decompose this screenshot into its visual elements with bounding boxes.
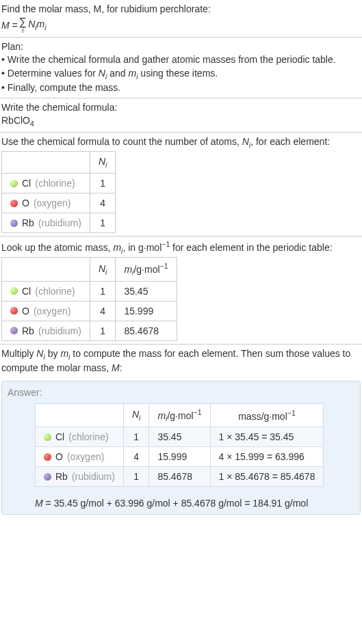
- answer-content: Ni mi/g·mol−1 mass/g·mol−1 Cl (chlorine)…: [8, 403, 354, 509]
- atomic-mass-header: Look up the atomic mass, mi, in g·mol−1 …: [1, 239, 361, 256]
- sigma-symbol: ∑ i: [19, 16, 27, 34]
- table-row: Cl (chlorine) 1 35.45 1 × 35.45 = 35.45: [36, 427, 324, 447]
- element-cell: O (oxygen): [44, 451, 115, 462]
- m-header: mi/g·mol−1: [116, 258, 177, 281]
- atomic-mass-table: Ni mi/g·mol−1 Cl (chlorine) 1 35.45 O (o…: [1, 257, 177, 340]
- final-formula: M = 35.45 g/mol + 63.996 g/mol + 85.4678…: [35, 498, 354, 509]
- element-cell: Cl (chlorine): [10, 178, 81, 189]
- answer-table: Ni mi/g·mol−1 mass/g·mol−1 Cl (chlorine)…: [35, 403, 324, 487]
- table-row: Cl (chlorine) 1: [2, 174, 116, 193]
- intro-line1: Find the molar mass, M, for rubidium per…: [1, 3, 211, 14]
- element-cell: Cl (chlorine): [10, 286, 81, 297]
- answer-box: Answer: Ni mi/g·mol−1 mass/g·mol−1 Cl (c…: [1, 381, 361, 515]
- m-header: mi/g·mol−1: [149, 403, 210, 427]
- element-dot-icon: [44, 433, 51, 441]
- empty-header: [2, 258, 90, 281]
- plan-bullet2: • Determine values for Ni and mi using t…: [1, 67, 361, 81]
- element-dot-icon: [10, 327, 18, 334]
- atomic-mass-section: Look up the atomic mass, mi, in g·mol−1 …: [0, 237, 362, 345]
- count-atoms-section: Use the chemical formula to count the nu…: [0, 133, 362, 237]
- empty-header: [2, 152, 90, 174]
- chem-formula-value: RbClO4: [1, 114, 361, 129]
- element-dot-icon: [10, 307, 18, 314]
- plan-header: Plan:: [1, 40, 361, 54]
- table-row: Rb (rubidium) 1 85.4678 1 × 85.4678 = 85…: [36, 467, 324, 487]
- n-header: Ni: [123, 403, 148, 427]
- chem-formula-section: Write the chemical formula: RbClO4: [0, 98, 362, 133]
- element-dot-icon: [10, 287, 18, 295]
- table-row: O (oxygen) 4 15.999: [2, 301, 177, 321]
- count-atoms-table: Ni Cl (chlorine) 1 O (oxygen) 4 Rb (rubi…: [1, 151, 116, 233]
- table-header-row: Ni mi/g·mol−1: [2, 258, 177, 281]
- element-dot-icon: [10, 180, 18, 187]
- table-row: Rb (rubidium) 1 85.4678: [2, 321, 177, 340]
- multiply-section: Multiply Ni by mi to compute the mass fo…: [0, 345, 362, 378]
- table-row: Rb (rubidium) 1: [2, 213, 116, 233]
- n-header: Ni: [90, 258, 115, 281]
- formula-Ni: Nimi: [28, 18, 46, 31]
- intro-section: Find the molar mass, M, for rubidium per…: [0, 0, 362, 38]
- intro-text: Find the molar mass, M, for rubidium per…: [1, 3, 361, 16]
- element-cell: Cl (chlorine): [44, 431, 115, 442]
- element-dot-icon: [10, 219, 18, 227]
- plan-bullet3: • Finally, compute the mass.: [1, 81, 361, 95]
- plan-section: Plan: • Write the chemical formula and g…: [0, 38, 362, 98]
- table-header-row: Ni mi/g·mol−1 mass/g·mol−1: [36, 403, 324, 427]
- plan-bullet1: • Write the chemical formula and gather …: [1, 53, 361, 67]
- mass-header: mass/g·mol−1: [210, 403, 324, 427]
- element-cell: O (oxygen): [10, 198, 81, 209]
- element-cell: Rb (rubidium): [10, 325, 81, 336]
- formula-left: M =: [1, 20, 18, 31]
- multiply-header: Multiply Ni by mi to compute the mass fo…: [1, 347, 361, 375]
- element-cell: Rb (rubidium): [44, 471, 115, 482]
- table-row: O (oxygen) 4 15.999 4 × 15.999 = 63.996: [36, 447, 324, 467]
- element-dot-icon: [44, 453, 51, 461]
- table-row: O (oxygen) 4: [2, 193, 116, 213]
- element-cell: O (oxygen): [10, 306, 81, 317]
- chem-formula-header: Write the chemical formula:: [1, 101, 361, 115]
- element-dot-icon: [44, 473, 51, 481]
- count-atoms-header: Use the chemical formula to count the nu…: [1, 135, 361, 150]
- table-header-row: Ni: [2, 152, 116, 174]
- n-header: Ni: [90, 152, 115, 174]
- element-cell: Rb (rubidium): [10, 217, 81, 228]
- molar-mass-formula: M = ∑ i Nimi: [1, 16, 361, 34]
- answer-label: Answer:: [8, 387, 354, 398]
- element-dot-icon: [10, 200, 18, 207]
- table-row: Cl (chlorine) 1 35.45: [2, 281, 177, 301]
- empty-header: [36, 403, 124, 427]
